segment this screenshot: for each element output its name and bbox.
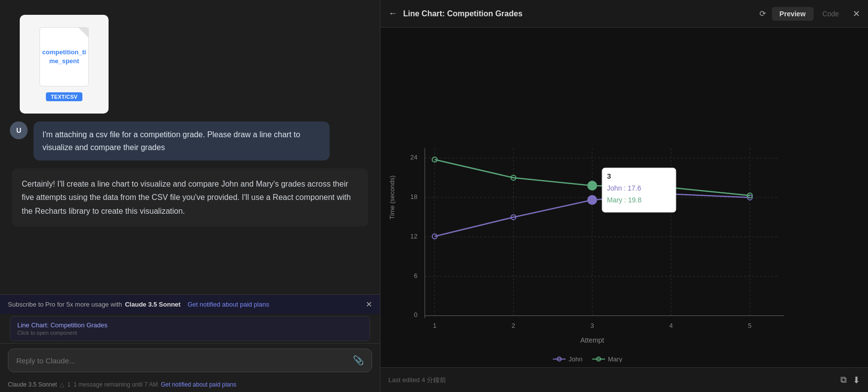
- svg-text:Mary: Mary: [608, 355, 622, 362]
- download-button[interactable]: ⬇: [853, 375, 860, 386]
- user-message-wrap: U I'm attaching a csv file for a competi…: [10, 121, 370, 160]
- notif-bold: Claude 3.5 Sonnet: [125, 301, 181, 308]
- upgrade-link[interactable]: Get notified about paid plans: [161, 381, 236, 388]
- close-button[interactable]: ✕: [853, 8, 860, 19]
- svg-text:2: 2: [512, 322, 515, 329]
- dot-separator: △: [60, 381, 64, 388]
- chart-container: Time (seconds) 0: [380, 28, 868, 367]
- bottom-bar: Claude 3.5 Sonnet △ 1 1 message remainin…: [0, 377, 380, 392]
- panel-footer: Last edited 4 分鐘前 ⧉ ⬇: [380, 367, 868, 392]
- svg-text:John : 17.6: John : 17.6: [607, 184, 641, 192]
- right-panel: ← Line Chart: Competition Grades ⟳ Previ…: [380, 0, 868, 392]
- svg-text:Mary : 19.8: Mary : 19.8: [607, 196, 642, 204]
- svg-text:1: 1: [433, 322, 436, 329]
- notification-banner: Subscribe to Pro for 5x more usage with …: [0, 294, 380, 314]
- svg-text:6: 6: [414, 272, 417, 279]
- svg-text:18: 18: [410, 193, 417, 200]
- svg-text:3: 3: [607, 172, 611, 180]
- notif-close-button[interactable]: ✕: [366, 300, 372, 309]
- svg-text:John: John: [568, 355, 582, 362]
- svg-text:Time (seconds): Time (seconds): [388, 176, 396, 220]
- file-card[interactable]: competition_ti me_spent TEXT/CSV: [20, 15, 109, 114]
- svg-text:0: 0: [414, 311, 417, 318]
- panel-title: Line Chart: Competition Grades: [403, 9, 754, 18]
- model-name: Claude 3.5 Sonnet: [8, 381, 57, 388]
- svg-text:5: 5: [748, 322, 752, 329]
- left-panel: competition_ti me_spent TEXT/CSV U I'm a…: [0, 0, 380, 392]
- component-link[interactable]: Line Chart: Competition Grades Click to …: [10, 316, 370, 341]
- last-edited: Last edited 4 分鐘前: [388, 376, 834, 385]
- reply-wrap: 📎: [0, 343, 380, 377]
- svg-text:Attempt: Attempt: [580, 336, 604, 344]
- refresh-button[interactable]: ⟳: [759, 9, 766, 18]
- file-name: competition_ti me_spent: [42, 48, 86, 66]
- svg-text:4: 4: [669, 322, 673, 329]
- message-count: 1: [67, 381, 71, 388]
- back-button[interactable]: ←: [388, 8, 397, 19]
- tab-group: Preview Code: [772, 7, 847, 21]
- chat-area: competition_ti me_spent TEXT/CSV U I'm a…: [0, 0, 380, 294]
- user-bubble: I'm attaching a csv file for a competiti…: [34, 121, 330, 160]
- tab-preview[interactable]: Preview: [772, 7, 814, 21]
- avatar: U: [10, 121, 28, 139]
- copy-button[interactable]: ⧉: [840, 375, 847, 385]
- remaining-text: 1 message remaining until 7 AM: [74, 381, 158, 388]
- file-corner-decoration: [78, 28, 88, 38]
- file-badge: TEXT/CSV: [46, 92, 82, 101]
- component-link-subtitle: Click to open component: [17, 330, 363, 336]
- notif-text-before: Subscribe to Pro for 5x more usage with: [8, 301, 122, 308]
- component-link-title: Line Chart: Competition Grades: [17, 321, 363, 329]
- svg-point-26: [587, 195, 597, 205]
- attach-button[interactable]: 📎: [353, 355, 364, 366]
- svg-text:3: 3: [591, 322, 594, 329]
- reply-input[interactable]: [16, 356, 353, 365]
- panel-header: ← Line Chart: Competition Grades ⟳ Previ…: [380, 0, 868, 28]
- notif-link[interactable]: Get notified about paid plans: [188, 301, 269, 308]
- chart-svg-wrap: Time (seconds) 0: [385, 33, 858, 362]
- tab-code[interactable]: Code: [815, 7, 847, 21]
- svg-text:24: 24: [410, 154, 417, 161]
- file-icon: competition_ti me_spent: [39, 27, 89, 86]
- svg-text:12: 12: [410, 233, 417, 240]
- ai-message: Certainly! I'll create a line chart to v…: [12, 168, 368, 227]
- reply-input-row: 📎: [8, 349, 372, 372]
- chart-svg: Time (seconds) 0: [385, 33, 858, 362]
- svg-point-31: [587, 181, 597, 191]
